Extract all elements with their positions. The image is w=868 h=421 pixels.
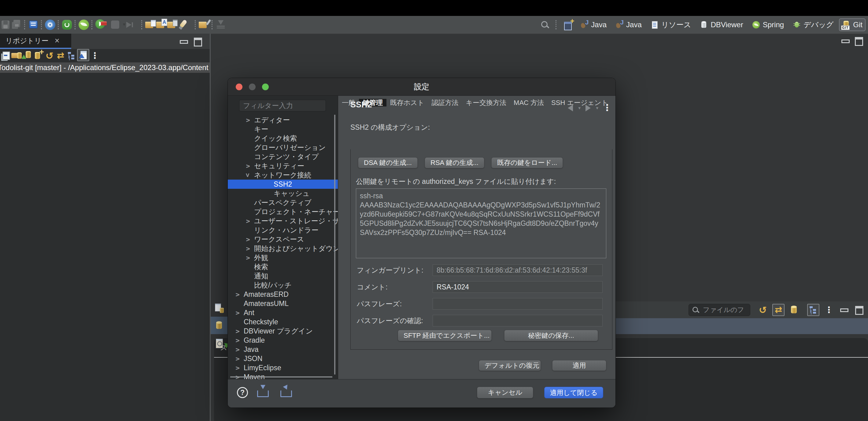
minimize-icon[interactable] xyxy=(840,35,850,47)
chevron-icon[interactable] xyxy=(244,162,252,170)
preference-tree-item[interactable]: AmaterasUML xyxy=(228,299,338,308)
panel-divider[interactable] xyxy=(210,34,211,421)
hierarchy-layout-icon[interactable] xyxy=(66,50,77,61)
preference-tree-item[interactable]: Ant xyxy=(228,308,338,317)
help-icon[interactable] xyxy=(237,387,248,398)
preference-tree-item[interactable]: プロジェクト・ネーチャー xyxy=(228,207,338,216)
perspective-button[interactable]: リソース xyxy=(648,18,694,31)
maximize-icon[interactable] xyxy=(192,36,203,47)
search-icon[interactable] xyxy=(540,20,550,29)
preference-tree-item[interactable]: エディター xyxy=(228,115,338,124)
import-preferences-icon[interactable] xyxy=(257,390,269,397)
maximize-icon[interactable] xyxy=(853,304,864,315)
doc-db-view-slot[interactable] xyxy=(211,301,228,315)
clone-repository-icon[interactable] xyxy=(22,50,33,61)
load-existing-key-button[interactable]: 既存の鍵をロード... xyxy=(491,157,563,168)
passphrase-confirm-field[interactable] xyxy=(433,315,602,327)
preference-tree-item[interactable]: パースペクティブ xyxy=(228,198,338,207)
cancel-button[interactable]: キャンセル xyxy=(477,387,533,398)
passphrase-field[interactable] xyxy=(433,298,602,310)
folder-clipboard-icon[interactable] xyxy=(167,19,178,30)
preference-tree-item[interactable]: 比較/パッチ xyxy=(228,280,338,290)
comment-field[interactable] xyxy=(433,281,602,293)
open-perspective-icon[interactable] xyxy=(563,19,574,30)
chevron-icon[interactable] xyxy=(244,254,252,262)
marker-icon[interactable] xyxy=(178,19,189,30)
chevron-icon[interactable] xyxy=(244,171,252,179)
chevron-icon[interactable] xyxy=(234,291,241,298)
preference-tree-item[interactable]: セキュリティー xyxy=(228,161,338,171)
filter-input[interactable] xyxy=(239,100,326,111)
preference-tree-item[interactable]: Maven xyxy=(228,372,338,380)
add-repository-icon[interactable] xyxy=(11,50,22,61)
perspective-button[interactable]: Spring xyxy=(749,19,786,31)
close-icon[interactable] xyxy=(55,37,60,45)
perspective-button[interactable]: Java xyxy=(613,19,644,31)
preference-tree-item[interactable]: キー xyxy=(228,124,338,134)
back-icon[interactable] xyxy=(567,104,581,112)
boot-dashboard-icon[interactable] xyxy=(44,19,56,30)
preference-tree-item[interactable]: 検索 xyxy=(228,262,338,271)
public-key-textarea[interactable]: ssh-rsa AAAAB3NzaC1yc2EAAAADAQABAAAAgQDg… xyxy=(356,188,606,258)
vertical-scrollbar[interactable] xyxy=(334,115,335,374)
step-icon[interactable] xyxy=(124,19,135,30)
save-private-key-button[interactable]: 秘密鍵の保存... xyxy=(504,330,598,341)
refresh-icon[interactable] xyxy=(44,50,55,61)
export-sftp-button[interactable]: SFTP 経由でエクスポート... xyxy=(398,330,492,341)
apply-and-close-button[interactable]: 適用して閉じる xyxy=(544,387,603,398)
chevron-icon[interactable] xyxy=(244,116,252,124)
perspective-button[interactable]: DBViewer xyxy=(697,19,745,31)
view-menu-icon[interactable] xyxy=(89,50,100,61)
chevron-icon[interactable] xyxy=(244,245,252,252)
close-window-icon[interactable] xyxy=(236,84,243,90)
minimize-icon[interactable] xyxy=(178,36,189,47)
database-view-slot[interactable] xyxy=(211,317,228,334)
preference-tree-item[interactable]: 通知 xyxy=(228,271,338,280)
export-preferences-icon[interactable] xyxy=(280,390,292,397)
save-icon[interactable] xyxy=(0,19,11,30)
preference-tree-item[interactable]: リンク・ハンドラー xyxy=(228,225,338,235)
chevron-icon[interactable] xyxy=(234,336,241,344)
preference-tree-item[interactable]: 開始およびシャットダウン xyxy=(228,244,338,253)
database-icon[interactable] xyxy=(788,304,800,315)
open-folder-doc-icon[interactable] xyxy=(145,19,156,30)
preference-tree-item[interactable]: Java xyxy=(228,345,338,354)
minimize-window-icon[interactable] xyxy=(249,84,256,90)
zoom-window-icon[interactable] xyxy=(262,84,269,90)
restore-defaults-button[interactable]: デフォルトの復元 xyxy=(479,360,541,371)
layout-toggle-icon[interactable] xyxy=(807,304,819,316)
import-icon[interactable] xyxy=(215,19,226,30)
minimize-icon[interactable] xyxy=(838,304,849,315)
collapse-all-icon[interactable] xyxy=(0,50,11,61)
forward-icon[interactable] xyxy=(585,104,598,112)
preference-tree-item[interactable]: JSON xyxy=(228,354,338,363)
preference-tree-item[interactable]: ネットワーク接続 xyxy=(228,171,338,180)
repository-row[interactable]: Todolist-git [master] - /Applications/Ec… xyxy=(0,62,210,73)
start-icon[interactable] xyxy=(61,19,72,30)
horizontal-scrollbar[interactable] xyxy=(230,376,332,378)
view-menu-icon[interactable] xyxy=(602,102,609,114)
stop-icon[interactable] xyxy=(110,19,121,30)
maximize-icon[interactable] xyxy=(853,35,864,47)
perspective-button[interactable]: デバッグ xyxy=(790,18,836,31)
chevron-icon[interactable] xyxy=(234,309,241,317)
chevron-icon[interactable] xyxy=(244,217,252,225)
link-with-selection-icon[interactable] xyxy=(55,50,66,61)
new-wizard-folder-icon[interactable] xyxy=(156,19,167,30)
folder-tool-icon[interactable] xyxy=(198,19,210,30)
generate-rsa-button[interactable]: RSA 鍵の生成... xyxy=(425,157,484,168)
chevron-icon[interactable] xyxy=(244,236,252,243)
preference-tree-item[interactable]: キャッシュ xyxy=(228,189,338,198)
dialog-titlebar[interactable]: 設定 xyxy=(228,78,616,96)
sync-toggle-icon[interactable] xyxy=(772,304,784,316)
chevron-icon[interactable] xyxy=(234,327,241,335)
perspective-button[interactable]: Java xyxy=(578,19,609,31)
refresh-icon[interactable] xyxy=(757,304,768,315)
preference-tree-item[interactable]: SSH2 xyxy=(228,180,338,189)
save-all-icon[interactable] xyxy=(11,19,22,30)
preference-tree-item[interactable]: 外観 xyxy=(228,253,338,262)
spring-icon[interactable] xyxy=(78,19,89,30)
preference-tree-item[interactable]: クイック検索 xyxy=(228,134,338,143)
preference-tree-item[interactable]: コンテンツ・タイプ xyxy=(228,152,338,161)
properties-toggle-icon[interactable] xyxy=(77,49,89,61)
